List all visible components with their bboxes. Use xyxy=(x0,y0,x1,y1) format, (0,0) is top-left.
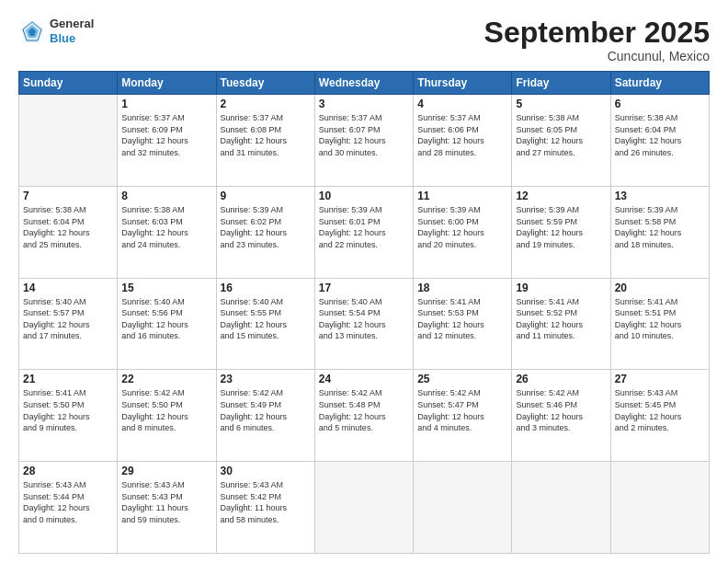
day-number: 8 xyxy=(121,190,211,202)
day-info: Sunrise: 5:40 AM Sunset: 5:54 PM Dayligh… xyxy=(319,296,409,342)
calendar-cell: 26Sunrise: 5:42 AM Sunset: 5:46 PM Dayli… xyxy=(512,370,610,462)
calendar: Sunday Monday Tuesday Wednesday Thursday… xyxy=(18,71,710,554)
day-info: Sunrise: 5:43 AM Sunset: 5:43 PM Dayligh… xyxy=(121,479,211,525)
day-number: 27 xyxy=(615,373,705,385)
day-info: Sunrise: 5:39 AM Sunset: 6:00 PM Dayligh… xyxy=(417,204,507,250)
day-info: Sunrise: 5:43 AM Sunset: 5:45 PM Dayligh… xyxy=(615,387,705,433)
day-info: Sunrise: 5:38 AM Sunset: 6:04 PM Dayligh… xyxy=(23,204,113,250)
calendar-cell xyxy=(512,462,610,554)
day-number: 17 xyxy=(319,282,409,294)
page-header: General Blue September 2025 Cuncunul, Me… xyxy=(18,17,710,63)
calendar-cell: 19Sunrise: 5:41 AM Sunset: 5:52 PM Dayli… xyxy=(512,278,610,370)
day-info: Sunrise: 5:37 AM Sunset: 6:09 PM Dayligh… xyxy=(121,112,211,158)
col-friday: Friday xyxy=(512,72,610,95)
day-info: Sunrise: 5:37 AM Sunset: 6:08 PM Dayligh… xyxy=(221,112,311,158)
day-info: Sunrise: 5:40 AM Sunset: 5:56 PM Dayligh… xyxy=(121,296,211,342)
calendar-cell: 17Sunrise: 5:40 AM Sunset: 5:54 PM Dayli… xyxy=(314,278,413,370)
calendar-cell: 27Sunrise: 5:43 AM Sunset: 5:45 PM Dayli… xyxy=(610,370,709,462)
calendar-cell: 29Sunrise: 5:43 AM Sunset: 5:43 PM Dayli… xyxy=(118,462,216,554)
day-number: 14 xyxy=(23,282,113,294)
day-number: 21 xyxy=(23,373,113,385)
calendar-cell: 11Sunrise: 5:39 AM Sunset: 6:00 PM Dayli… xyxy=(414,186,512,278)
day-number: 2 xyxy=(221,98,311,110)
day-info: Sunrise: 5:41 AM Sunset: 5:50 PM Dayligh… xyxy=(23,387,113,433)
calendar-cell: 14Sunrise: 5:40 AM Sunset: 5:57 PM Dayli… xyxy=(19,278,118,370)
calendar-cell: 15Sunrise: 5:40 AM Sunset: 5:56 PM Dayli… xyxy=(118,278,216,370)
calendar-cell: 20Sunrise: 5:41 AM Sunset: 5:51 PM Dayli… xyxy=(610,278,709,370)
day-info: Sunrise: 5:40 AM Sunset: 5:55 PM Dayligh… xyxy=(221,296,311,342)
calendar-cell: 3Sunrise: 5:37 AM Sunset: 6:07 PM Daylig… xyxy=(314,95,413,187)
day-number: 29 xyxy=(121,465,211,477)
calendar-cell: 6Sunrise: 5:38 AM Sunset: 6:04 PM Daylig… xyxy=(610,95,709,187)
location: Cuncunul, Mexico xyxy=(484,49,710,63)
day-info: Sunrise: 5:42 AM Sunset: 5:47 PM Dayligh… xyxy=(417,387,507,433)
title-block: September 2025 Cuncunul, Mexico xyxy=(484,17,710,63)
calendar-header: Sunday Monday Tuesday Wednesday Thursday… xyxy=(19,72,710,95)
day-number: 11 xyxy=(417,190,507,202)
calendar-cell: 12Sunrise: 5:39 AM Sunset: 5:59 PM Dayli… xyxy=(512,186,610,278)
day-info: Sunrise: 5:39 AM Sunset: 6:02 PM Dayligh… xyxy=(221,204,311,250)
calendar-cell: 13Sunrise: 5:39 AM Sunset: 5:58 PM Dayli… xyxy=(610,186,709,278)
calendar-cell xyxy=(610,462,709,554)
calendar-cell: 22Sunrise: 5:42 AM Sunset: 5:50 PM Dayli… xyxy=(118,370,216,462)
day-number: 9 xyxy=(221,190,311,202)
logo-blue: Blue xyxy=(50,31,94,46)
day-number: 24 xyxy=(319,373,409,385)
day-info: Sunrise: 5:38 AM Sunset: 6:03 PM Dayligh… xyxy=(121,204,211,250)
calendar-cell: 18Sunrise: 5:41 AM Sunset: 5:53 PM Dayli… xyxy=(414,278,512,370)
calendar-week-3: 14Sunrise: 5:40 AM Sunset: 5:57 PM Dayli… xyxy=(19,278,710,370)
day-number: 25 xyxy=(417,373,507,385)
calendar-cell: 8Sunrise: 5:38 AM Sunset: 6:03 PM Daylig… xyxy=(118,186,216,278)
logo-text: General Blue xyxy=(50,17,94,45)
calendar-cell: 4Sunrise: 5:37 AM Sunset: 6:06 PM Daylig… xyxy=(414,95,512,187)
col-wednesday: Wednesday xyxy=(314,72,413,95)
day-number: 7 xyxy=(23,190,113,202)
calendar-week-2: 7Sunrise: 5:38 AM Sunset: 6:04 PM Daylig… xyxy=(19,186,710,278)
day-number: 13 xyxy=(615,190,705,202)
logo-icon xyxy=(18,17,46,45)
col-thursday: Thursday xyxy=(414,72,512,95)
day-headers-row: Sunday Monday Tuesday Wednesday Thursday… xyxy=(19,72,710,95)
day-info: Sunrise: 5:37 AM Sunset: 6:07 PM Dayligh… xyxy=(319,112,409,158)
col-monday: Monday xyxy=(118,72,216,95)
day-info: Sunrise: 5:43 AM Sunset: 5:42 PM Dayligh… xyxy=(221,479,311,525)
day-info: Sunrise: 5:39 AM Sunset: 5:58 PM Dayligh… xyxy=(615,204,705,250)
day-number: 18 xyxy=(417,282,507,294)
day-info: Sunrise: 5:40 AM Sunset: 5:57 PM Dayligh… xyxy=(23,296,113,342)
calendar-cell: 23Sunrise: 5:42 AM Sunset: 5:49 PM Dayli… xyxy=(216,370,314,462)
day-number: 23 xyxy=(221,373,311,385)
col-saturday: Saturday xyxy=(610,72,709,95)
day-info: Sunrise: 5:39 AM Sunset: 5:59 PM Dayligh… xyxy=(516,204,606,250)
col-tuesday: Tuesday xyxy=(216,72,314,95)
day-info: Sunrise: 5:39 AM Sunset: 6:01 PM Dayligh… xyxy=(319,204,409,250)
calendar-cell: 5Sunrise: 5:38 AM Sunset: 6:05 PM Daylig… xyxy=(512,95,610,187)
calendar-cell: 30Sunrise: 5:43 AM Sunset: 5:42 PM Dayli… xyxy=(216,462,314,554)
calendar-week-1: 1Sunrise: 5:37 AM Sunset: 6:09 PM Daylig… xyxy=(19,95,710,187)
calendar-cell: 7Sunrise: 5:38 AM Sunset: 6:04 PM Daylig… xyxy=(19,186,118,278)
calendar-cell: 2Sunrise: 5:37 AM Sunset: 6:08 PM Daylig… xyxy=(216,95,314,187)
day-number: 6 xyxy=(615,98,705,110)
calendar-cell: 16Sunrise: 5:40 AM Sunset: 5:55 PM Dayli… xyxy=(216,278,314,370)
calendar-cell: 21Sunrise: 5:41 AM Sunset: 5:50 PM Dayli… xyxy=(19,370,118,462)
day-info: Sunrise: 5:42 AM Sunset: 5:48 PM Dayligh… xyxy=(319,387,409,433)
calendar-body: 1Sunrise: 5:37 AM Sunset: 6:09 PM Daylig… xyxy=(19,95,710,554)
logo-general: General xyxy=(50,17,94,31)
calendar-cell xyxy=(314,462,413,554)
day-number: 22 xyxy=(121,373,211,385)
day-number: 26 xyxy=(516,373,606,385)
day-number: 15 xyxy=(121,282,211,294)
calendar-cell: 25Sunrise: 5:42 AM Sunset: 5:47 PM Dayli… xyxy=(414,370,512,462)
day-number: 19 xyxy=(516,282,606,294)
calendar-week-5: 28Sunrise: 5:43 AM Sunset: 5:44 PM Dayli… xyxy=(19,462,710,554)
col-sunday: Sunday xyxy=(19,72,118,95)
calendar-cell xyxy=(19,95,118,187)
day-number: 28 xyxy=(23,465,113,477)
day-info: Sunrise: 5:38 AM Sunset: 6:05 PM Dayligh… xyxy=(516,112,606,158)
calendar-cell: 1Sunrise: 5:37 AM Sunset: 6:09 PM Daylig… xyxy=(118,95,216,187)
day-info: Sunrise: 5:42 AM Sunset: 5:49 PM Dayligh… xyxy=(221,387,311,433)
day-number: 12 xyxy=(516,190,606,202)
day-info: Sunrise: 5:41 AM Sunset: 5:53 PM Dayligh… xyxy=(417,296,507,342)
day-number: 10 xyxy=(319,190,409,202)
month-title: September 2025 xyxy=(484,17,710,49)
day-number: 1 xyxy=(121,98,211,110)
